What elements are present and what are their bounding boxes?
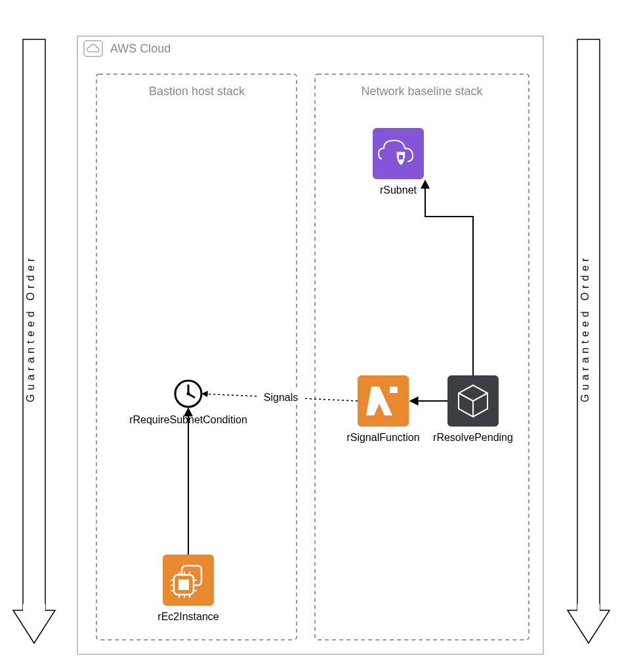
svg-marker-3: [13, 610, 55, 643]
left-order-arrow: Guaranteed Order: [13, 39, 55, 643]
svg-rect-11: [399, 155, 403, 159]
right-order-arrow: Guaranteed Order: [568, 39, 610, 643]
rsubnet-label: rSubnet: [380, 184, 417, 196]
rec2instance-node: rEc2Instance: [157, 555, 218, 622]
aws-cloud-icon: [84, 41, 102, 56]
svg-rect-4: [23, 604, 45, 612]
rresolvepending-label: rResolvePending: [433, 432, 513, 443]
architecture-diagram: AWS Cloud Guaranteed Order Guaranteed Or…: [0, 0, 622, 672]
left-arrow-label: Guaranteed Order: [25, 254, 36, 402]
rresolvepending-node: rResolvePending: [433, 375, 513, 443]
edge-resolve-to-subnet: [425, 180, 473, 375]
rec2instance-label: rEc2Instance: [157, 611, 218, 622]
svg-rect-1: [84, 41, 102, 56]
aws-cloud-label: AWS Cloud: [110, 42, 171, 55]
svg-marker-6: [568, 610, 610, 643]
network-stack-label: Network baseline stack: [361, 85, 483, 98]
signals-edge-label: Signals: [264, 392, 298, 403]
right-arrow-label: Guaranteed Order: [579, 254, 591, 402]
rsignalfunction-label: rSignalFunction: [346, 432, 419, 443]
bastion-stack-label: Bastion host stack: [149, 85, 245, 98]
rsubnet-node: rSubnet: [373, 128, 424, 196]
svg-rect-14: [390, 387, 398, 393]
svg-rect-34: [178, 579, 189, 590]
rsignalfunction-node: rSignalFunction: [346, 375, 419, 443]
svg-rect-7: [577, 604, 600, 612]
